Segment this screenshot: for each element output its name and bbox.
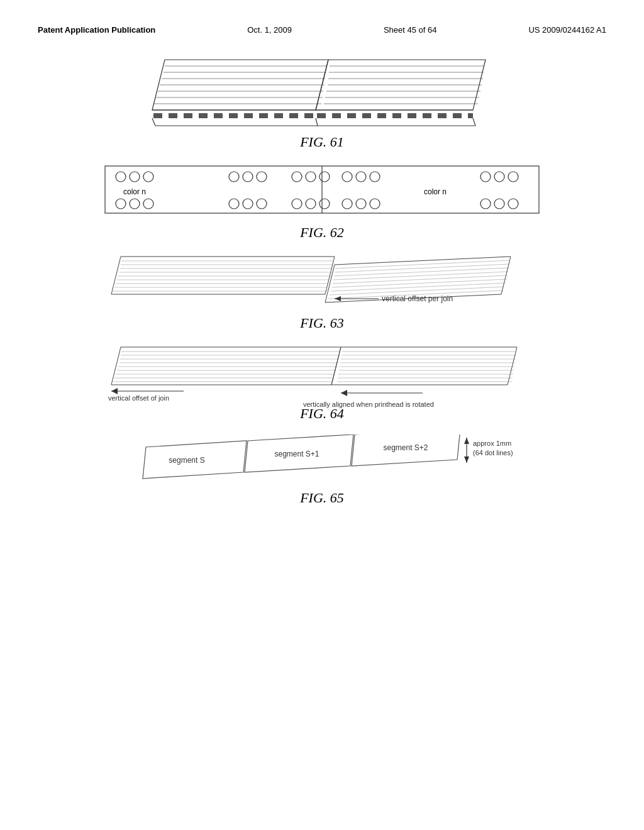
svg-point-55 [306, 172, 316, 182]
svg-marker-124 [111, 388, 118, 394]
svg-point-60 [480, 172, 491, 182]
svg-rect-23 [244, 113, 253, 118]
svg-point-52 [243, 172, 253, 182]
svg-rect-29 [332, 113, 341, 118]
svg-text:color n: color n [123, 187, 146, 196]
svg-text:vertical offset per join: vertical offset per join [382, 294, 453, 303]
svg-line-97 [331, 283, 506, 291]
svg-rect-28 [317, 113, 326, 118]
header-sheet: Sheet 45 of 64 [384, 25, 437, 35]
svg-point-54 [292, 172, 302, 182]
svg-point-61 [494, 172, 504, 182]
svg-line-96 [332, 279, 507, 287]
svg-point-74 [342, 199, 352, 209]
svg-point-77 [480, 199, 491, 209]
fig61-diagram [146, 53, 498, 129]
svg-point-49 [130, 172, 140, 182]
svg-text:segment S+1: segment S+1 [274, 450, 319, 458]
svg-rect-27 [304, 113, 313, 118]
fig64-diagram: vertical offset of join vertically align… [108, 344, 536, 401]
header-patent: US 2009/0244162 A1 [528, 25, 606, 35]
svg-rect-21 [214, 113, 223, 118]
svg-point-68 [229, 199, 239, 209]
svg-text:vertical offset of join: vertical offset of join [108, 394, 169, 402]
svg-rect-35 [423, 113, 431, 118]
svg-rect-18 [169, 113, 177, 118]
svg-text:vertically aligned when printh: vertically aligned when printhead is rot… [303, 401, 434, 408]
svg-point-78 [494, 199, 504, 209]
svg-line-91 [335, 260, 510, 268]
svg-rect-32 [377, 113, 386, 118]
svg-marker-113 [331, 347, 517, 385]
svg-point-75 [356, 199, 366, 209]
header-title: Patent Application Publication [38, 25, 155, 35]
svg-rect-38 [468, 113, 473, 118]
svg-line-43 [473, 118, 475, 126]
svg-point-66 [130, 199, 140, 209]
svg-text:color n: color n [424, 187, 447, 196]
svg-point-70 [257, 199, 267, 209]
svg-rect-19 [184, 113, 192, 118]
svg-point-53 [257, 172, 267, 182]
header: Patent Application Publication Oct. 1, 2… [38, 25, 606, 35]
fig62-diagram: color n color n [102, 163, 542, 219]
svg-rect-26 [289, 113, 298, 118]
svg-rect-31 [362, 113, 371, 118]
fig62-caption: FIG. 62 [38, 224, 606, 241]
fig63-section: vertical offset per join FIG. 63 [38, 253, 606, 331]
svg-rect-36 [438, 113, 447, 118]
svg-text:(64 dot lines): (64 dot lines) [473, 449, 513, 456]
svg-rect-20 [199, 113, 208, 118]
fig61-section: FIG. 61 [38, 53, 606, 150]
svg-rect-30 [347, 113, 356, 118]
svg-point-65 [116, 199, 126, 209]
svg-rect-24 [259, 113, 268, 118]
svg-point-79 [508, 199, 518, 209]
svg-marker-103 [111, 347, 341, 385]
header-date: Oct. 1, 2009 [247, 25, 292, 35]
svg-text:segment S+2: segment S+2 [383, 443, 428, 452]
svg-rect-25 [274, 113, 283, 118]
svg-point-48 [116, 172, 126, 182]
svg-line-41 [316, 118, 318, 126]
svg-marker-127 [341, 390, 347, 396]
svg-point-73 [319, 199, 330, 209]
page: Patent Application Publication Oct. 1, 2… [0, 0, 644, 830]
svg-point-58 [356, 172, 366, 182]
fig64-section: vertical offset of join vertically align… [38, 344, 606, 422]
svg-point-69 [243, 199, 253, 209]
svg-rect-34 [408, 113, 416, 118]
fig62-section: color n color n [38, 163, 606, 241]
svg-point-50 [143, 172, 153, 182]
svg-line-40 [152, 118, 155, 126]
svg-text:approx 1mm: approx 1mm [473, 440, 511, 447]
fig65-section: segment S segment S+1 segment S+2 approx… [38, 434, 606, 506]
svg-point-59 [370, 172, 380, 182]
svg-point-71 [292, 199, 302, 209]
svg-point-72 [306, 199, 316, 209]
svg-marker-136 [464, 438, 469, 444]
svg-marker-137 [464, 456, 469, 463]
fig61-caption: FIG. 61 [38, 134, 606, 150]
svg-point-67 [143, 199, 153, 209]
svg-line-95 [333, 275, 508, 284]
svg-point-57 [342, 172, 352, 182]
svg-point-56 [319, 172, 330, 182]
svg-marker-101 [335, 296, 341, 301]
svg-rect-33 [392, 113, 401, 118]
svg-point-51 [229, 172, 239, 182]
svg-line-93 [334, 268, 509, 276]
svg-point-62 [508, 172, 518, 182]
svg-rect-37 [453, 113, 462, 118]
fig65-diagram: segment S segment S+1 segment S+2 approx… [127, 434, 517, 485]
svg-point-76 [370, 199, 380, 209]
svg-text:segment S: segment S [169, 456, 204, 465]
fig63-diagram: vertical offset per join [108, 253, 536, 310]
svg-rect-22 [229, 113, 238, 118]
svg-line-94 [333, 272, 508, 280]
svg-line-92 [335, 264, 509, 272]
svg-rect-17 [153, 113, 162, 118]
svg-marker-80 [111, 257, 335, 294]
